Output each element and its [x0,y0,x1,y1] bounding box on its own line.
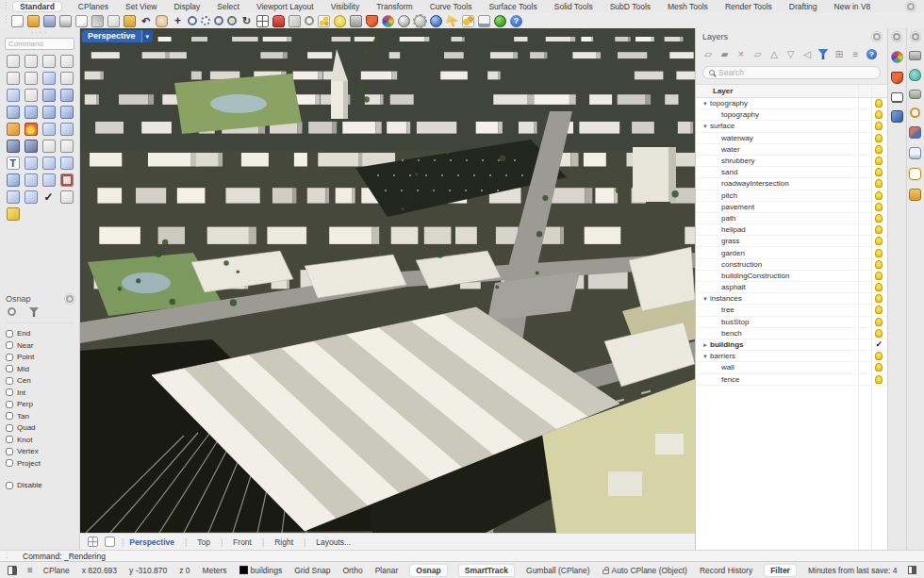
layer-visibility-bulb-icon[interactable] [875,249,883,257]
dimension-tool-icon[interactable] [25,157,38,170]
osnap-end-checkbox[interactable]: End [6,328,74,339]
toggle-auto-cplane[interactable]: Auto CPlane (Object) [602,566,687,575]
layer-row-water[interactable]: water ✓ [696,144,887,156]
freeform-curve-tool-icon[interactable] [25,89,38,102]
copy-clipboard-icon[interactable] [75,15,88,27]
layers-help-icon[interactable]: ? [866,49,877,59]
osnap-perp-checkbox[interactable]: Perp [6,399,74,410]
layer-visibility-bulb-icon[interactable] [875,329,883,338]
command-history-line[interactable]: Command: _Rendering [0,550,924,561]
block-tool-icon[interactable] [42,157,56,170]
monitor-panel-tab-icon[interactable] [891,92,903,102]
osnap-project-checkbox[interactable]: Project [6,458,74,470]
toggle-ortho[interactable]: Ortho [342,566,362,575]
layer-row-tree[interactable]: tree ✓ [696,305,887,316]
menu-tab-curve-tools[interactable]: Curve Tools [430,2,472,11]
layer-visibility-bulb-icon[interactable] [875,318,883,326]
menu-tab-set-view[interactable]: Set View [125,2,157,11]
layer-visibility-bulb-icon[interactable] [875,203,883,211]
layer-visibility-bulb-icon[interactable] [875,110,883,119]
move-up-icon[interactable]: △ [768,49,780,60]
zoom-window-icon[interactable] [214,16,223,25]
ground-plane-tab-icon[interactable] [909,147,921,159]
osnap-quad-checkbox[interactable]: Quad [6,422,74,434]
display-panel-tab-icon[interactable] [891,51,903,63]
surface-tool-icon[interactable] [42,89,56,102]
layer-row-buildingconstruction[interactable]: buildingConstruction ✓ [696,271,887,282]
layer-visibility-bulb-icon[interactable] [875,168,883,176]
cylinder-tool-icon[interactable] [42,106,56,119]
layer-visibility-bulb-icon[interactable] [875,99,883,107]
osnap-mid-checkbox[interactable]: Mid [6,364,74,375]
rendered-view-icon[interactable] [430,15,442,27]
zoom-selected-icon[interactable] [227,16,237,25]
layer-row-construction[interactable]: construction ✓ [696,259,887,271]
menu-tab-cplanes[interactable]: CPlanes [78,2,108,11]
perspective-viewport[interactable]: Perspective ▾ [80,28,695,533]
mesh-sphere-tool-icon[interactable] [7,140,20,153]
toggle-record-history[interactable]: Record History [700,566,752,575]
osnap-cen-checkbox[interactable]: Cen [6,375,74,387]
layer-row-topography[interactable]: ▾ topography ✓ [696,98,887,109]
status-y-coordinate[interactable]: y -310.870 [129,566,167,575]
circle-tool-icon[interactable] [7,72,20,85]
layer-row-path[interactable]: path ✓ [696,213,887,224]
osnap-tan-checkbox[interactable]: Tan [6,411,74,422]
toggle-gumball[interactable]: Gumball (CPlane) [526,566,590,575]
select-tool-icon[interactable] [7,55,20,68]
menu-tab-visibility[interactable]: Visibility [331,2,360,11]
rendering-panel-tab-icon[interactable] [891,110,903,123]
toggle-filter[interactable]: Filter [765,565,796,576]
new-document-icon[interactable] [11,15,24,27]
menu-tab-solid-tools[interactable]: Solid Tools [554,2,593,11]
handle-curve-tool-icon[interactable] [60,55,74,68]
environment-tab-icon[interactable] [909,69,921,81]
layers-column-header[interactable]: Layer [696,84,887,98]
save-icon[interactable] [43,15,56,27]
layer-expand-icon[interactable]: ▾ [701,353,710,360]
menu-tab-viewport-layout[interactable]: Viewport Layout [256,2,314,11]
delete-layer-icon[interactable]: × [735,49,747,60]
text-tool-icon[interactable]: T [7,157,20,170]
layer-expand-icon[interactable]: ▸ [701,341,710,349]
layer-row-waterway[interactable]: waterway ✓ [696,133,887,144]
group-tool-icon[interactable] [7,190,20,204]
fillet-curve-tool-icon[interactable] [42,140,56,153]
transform-tool-icon[interactable] [25,190,38,204]
viewport-title-dropdown-icon[interactable]: ▾ [141,30,154,42]
render-icon[interactable] [366,15,378,27]
status-z-coordinate[interactable]: z 0 [179,566,190,575]
layer-visibility-bulb-icon[interactable] [875,363,883,372]
settings-gear-tab-icon[interactable] [910,107,920,118]
lock-icon[interactable] [350,15,362,27]
viewport-single-layout-icon[interactable] [105,537,115,547]
viewport-tab-layouts[interactable]: Layouts... [293,537,351,547]
shaded-view-icon[interactable] [398,15,410,27]
zoom-dynamic-icon[interactable] [201,16,210,25]
layer-visibility-bulb-icon[interactable] [875,157,883,165]
layer-visibility-bulb-icon[interactable] [875,237,883,245]
notes-tab-icon[interactable] [909,189,921,201]
boolean-difference-tool-icon[interactable] [25,123,38,136]
solid-edit-tool-icon[interactable] [7,173,20,187]
blend-curve-tool-icon[interactable] [60,140,74,153]
viewport-layout-icon[interactable] [256,15,269,27]
viewport-tab-top[interactable]: Top [174,537,210,547]
layers-search-input[interactable] [718,68,874,77]
toggle-osnap[interactable]: Osnap [410,565,446,576]
layer-visibility-bulb-icon[interactable] [875,294,883,303]
osnap-vertex-checkbox[interactable]: Vertex [6,446,74,457]
zoom-icon[interactable] [188,16,197,25]
named-position-icon[interactable] [289,15,301,27]
texture-tab-icon[interactable] [909,126,921,139]
layer-expand-icon[interactable]: ▾ [701,295,710,303]
osnap-near-checkbox[interactable]: Near [6,340,74,352]
toggle-smarttrack[interactable]: SmartTrack [459,565,514,576]
menu-tab-surface-tools[interactable]: Surface Tools [488,2,536,11]
menu-tab-mesh-tools[interactable]: Mesh Tools [668,2,708,11]
command-list-icon[interactable]: ≡ [27,566,33,575]
menu-tab-subd-tools[interactable]: SubD Tools [610,2,651,11]
layer-expand-icon[interactable]: ▾ [701,123,710,130]
pan-icon[interactable] [156,15,168,27]
orient-tool-icon[interactable] [60,157,74,170]
